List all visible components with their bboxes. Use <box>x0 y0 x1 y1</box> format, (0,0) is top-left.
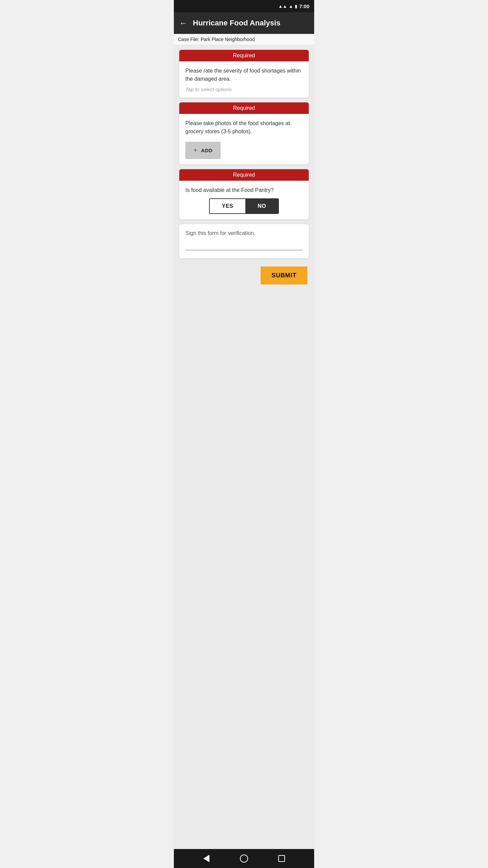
battery-icon: ▮ <box>295 4 297 9</box>
wifi-icon: ▲▲ <box>278 4 287 9</box>
status-icons: ▲▲ ▲ ▮ <box>278 4 297 9</box>
severity-card[interactable]: Required Please rate the severity of foo… <box>179 50 309 98</box>
nav-bar: ← Hurricane Food Analysis <box>174 12 314 34</box>
submit-area: SUBMIT <box>179 263 309 290</box>
severity-placeholder: Tap to select options <box>185 86 303 92</box>
severity-card-header: Required <box>179 50 309 61</box>
nav-back-button[interactable] <box>200 852 212 865</box>
food-pantry-card: Required Is food available at the Food P… <box>179 169 309 219</box>
photos-card-header: Required <box>179 102 309 114</box>
case-file-label: Case File: Park Place Neighborhood <box>174 34 314 45</box>
severity-question: Please rate the severity of food shortag… <box>185 67 303 83</box>
back-triangle-icon <box>203 855 209 862</box>
severity-card-body: Please rate the severity of food shortag… <box>179 61 309 98</box>
yes-no-toggle: YES NO <box>185 198 303 214</box>
submit-button[interactable]: SUBMIT <box>261 267 307 284</box>
no-button[interactable]: NO <box>245 199 278 213</box>
add-button-label: ADD <box>201 147 212 153</box>
add-photos-button[interactable]: + ADD <box>185 142 221 159</box>
bottom-nav <box>174 849 314 868</box>
page-title: Hurricane Food Analysis <box>193 19 280 27</box>
status-bar: ▲▲ ▲ ▮ 7:00 <box>174 0 314 12</box>
toggle-group: YES NO <box>209 198 279 214</box>
signature-prompt: Sign this form for verification. <box>185 230 303 236</box>
food-pantry-question: Is food available at the Food Pantry? <box>185 186 303 194</box>
nav-recent-button[interactable] <box>276 852 288 865</box>
main-content: Required Please rate the severity of foo… <box>174 45 314 849</box>
signature-card: Sign this form for verification. <box>179 224 309 258</box>
food-pantry-card-body: Is food available at the Food Pantry? YE… <box>179 181 309 219</box>
food-pantry-card-header: Required <box>179 169 309 181</box>
photos-card-body: Please take photos of the food shortages… <box>179 114 309 164</box>
photos-question: Please take photos of the food shortages… <box>185 119 303 136</box>
status-time: 7:00 <box>299 3 309 9</box>
nav-home-button[interactable] <box>238 852 250 865</box>
plus-icon: + <box>194 146 198 154</box>
signal-icon: ▲ <box>289 4 293 9</box>
yes-button[interactable]: YES <box>210 199 246 213</box>
photos-card: Required Please take photos of the food … <box>179 102 309 164</box>
home-circle-icon <box>240 854 248 863</box>
back-button[interactable]: ← <box>179 19 187 27</box>
signature-line[interactable] <box>185 250 303 250</box>
recent-square-icon <box>278 855 285 862</box>
